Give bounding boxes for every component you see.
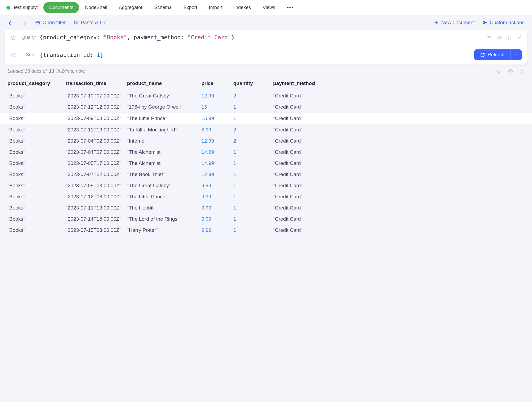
svg-marker-2 [75, 21, 78, 24]
tab-indexes[interactable]: Indexes [228, 2, 257, 13]
cell-payment-method: "Credit Card" [273, 172, 332, 177]
cell-product-category: "Books" [7, 227, 66, 233]
toolbar: Open filter Paste & Go New document Cust… [0, 15, 532, 30]
cell-product-name: "To Kill a Mockingbird" [127, 127, 201, 133]
open-filter-button[interactable]: Open filter [35, 20, 66, 25]
plus-icon [434, 20, 439, 25]
table-row[interactable]: "Books""2023-07-04T02:00:00Z""Inferno"12… [0, 135, 532, 147]
results-grid: product_category transaction_time produc… [0, 78, 532, 236]
cell-product-name: "The Alchemist" [127, 149, 201, 155]
export-icon[interactable] [520, 69, 525, 74]
table-row[interactable]: "Books""2023-07-11T13:00:00Z""The Hobbit… [0, 202, 532, 213]
col-transaction-time[interactable]: transaction_time [66, 80, 127, 86]
tab-documents[interactable]: Documents [43, 2, 79, 13]
col-product-name[interactable]: product_name [127, 80, 201, 86]
table-row[interactable]: "Books""2023-07-07T22:00:00Z""The Book T… [0, 169, 532, 180]
cell-quantity: 2 [233, 138, 273, 144]
cell-product-category: "Books" [7, 194, 66, 200]
query-input[interactable]: {product_category: "Books", payment_meth… [40, 34, 483, 41]
cell-transaction-time: "2023-07-11T13:00:00Z" [66, 127, 127, 133]
cell-quantity: 1 [233, 205, 273, 211]
custom-actions-button[interactable]: Custom actions [482, 20, 525, 25]
more-icon[interactable]: ••• [282, 2, 298, 13]
sort-input[interactable]: {transaction_id: 1} [40, 52, 471, 58]
pie-chart-icon[interactable] [508, 69, 513, 74]
cell-payment-method: "Credit Card" [273, 194, 332, 200]
tab-views[interactable]: Views [257, 2, 281, 13]
cell-quantity: 1 [233, 183, 273, 189]
nav-back-icon[interactable] [7, 19, 14, 26]
cell-transaction-time: "2023-07-09T08:00:00Z" [66, 116, 127, 121]
bolt-icon[interactable] [496, 69, 501, 74]
cell-payment-method: "Credit Card" [273, 93, 332, 99]
refresh-icon [480, 53, 485, 57]
history-icon[interactable] [10, 35, 16, 40]
col-price[interactable]: price [201, 80, 233, 86]
tab-export[interactable]: Export [178, 2, 203, 13]
format-icon[interactable] [487, 35, 492, 40]
cell-quantity: 1 [233, 104, 273, 110]
refresh-button[interactable]: Refresh [474, 49, 510, 60]
history-icon[interactable] [10, 52, 16, 58]
tab-aggregator[interactable]: Aggregator [113, 2, 148, 13]
grid-header: product_category transaction_time produc… [0, 78, 532, 90]
cell-quantity: 2 [233, 127, 273, 133]
close-icon[interactable] [517, 35, 522, 40]
col-payment-method[interactable]: payment_method [273, 80, 332, 86]
cell-product-category: "Books" [7, 127, 66, 133]
table-row[interactable]: "Books""2023-07-04T07:00:00Z""The Alchem… [0, 147, 532, 158]
cell-price: 14.99 [201, 160, 233, 166]
table-row[interactable]: "Books""2023-07-10T07:00:00Z""The Great … [0, 90, 532, 101]
status-line: Loaded 13 docs of 13 in 24ms, now. ↔ [0, 65, 532, 78]
cell-product-name: "The Little Prince" [127, 116, 201, 121]
svg-text:A: A [510, 36, 511, 37]
tab-schema[interactable]: Schema [148, 2, 178, 13]
table-row[interactable]: "Books""2023-07-05T17:00:00Z""The Alchem… [0, 158, 532, 169]
col-quantity[interactable]: quantity [233, 80, 273, 86]
table-row[interactable]: "Books""2023-07-09T08:00:00Z""The Little… [0, 113, 532, 124]
table-row[interactable]: "Books""2023-07-15T23:00:00Z""Harry Pott… [0, 225, 532, 236]
cell-payment-method: "Credit Card" [273, 205, 332, 211]
cell-transaction-time: "2023-07-08T03:00:00Z" [66, 183, 127, 189]
table-row[interactable]: "Books""2023-07-11T13:00:00Z""To Kill a … [0, 124, 532, 135]
cell-transaction-time: "2023-07-12T12:00:00Z" [66, 104, 127, 110]
tab-import[interactable]: Import [203, 2, 228, 13]
cell-product-name: "Inferno" [127, 138, 201, 144]
refresh-dropdown-button[interactable] [510, 49, 522, 60]
cell-price: 9.99 [201, 183, 233, 189]
cell-transaction-time: "2023-07-07T22:00:00Z" [66, 172, 127, 177]
refresh-label: Refresh [488, 52, 504, 58]
status-prefix: Loaded 13 docs of [7, 69, 47, 74]
cell-product-name: "The Great Gatsby" [127, 93, 201, 99]
cell-payment-method: "Credit Card" [273, 149, 332, 155]
cell-price: 9.99 [201, 216, 233, 222]
cell-payment-method: "Credit Card" [273, 104, 332, 110]
cell-product-category: "Books" [7, 205, 66, 211]
cell-product-category: "Books" [7, 104, 66, 110]
cell-transaction-time: "2023-07-15T23:00:00Z" [66, 227, 127, 233]
col-product-category[interactable]: product_category [7, 80, 66, 86]
query-card: Query: {product_category: "Books", payme… [4, 30, 528, 65]
eye-icon[interactable] [497, 35, 502, 40]
resize-icon[interactable]: ↔ [485, 69, 489, 74]
svg-text:Z: Z [510, 38, 511, 40]
cell-transaction-time: "2023-07-11T13:00:00Z" [66, 205, 127, 211]
cell-payment-method: "Credit Card" [273, 127, 332, 133]
sort-az-icon[interactable]: AZ [507, 35, 512, 40]
table-row[interactable]: "Books""2023-07-12T08:00:00Z""The Little… [0, 191, 532, 202]
cell-quantity: 1 [233, 172, 273, 177]
db-namespace-label: test.supply: [14, 5, 38, 10]
table-row[interactable]: "Books""2023-07-14T18:00:00Z""The Lord o… [0, 213, 532, 225]
new-document-button[interactable]: New document [434, 20, 475, 25]
cell-product-category: "Books" [7, 149, 66, 155]
cell-product-name: "The Hobbit" [127, 205, 201, 211]
query-label: Query: [20, 35, 36, 40]
tab-nodeshell[interactable]: NodeShell [79, 2, 113, 13]
status-suffix: in 24ms, now. [56, 69, 86, 74]
table-row[interactable]: "Books""2023-07-12T12:00:00Z""1984 by Ge… [0, 101, 532, 113]
svg-point-8 [499, 37, 500, 38]
paste-go-label: Paste & Go [81, 20, 107, 25]
table-row[interactable]: "Books""2023-07-08T03:00:00Z""The Great … [0, 180, 532, 191]
cell-payment-method: "Credit Card" [273, 160, 332, 166]
paste-go-button[interactable]: Paste & Go [73, 20, 107, 25]
